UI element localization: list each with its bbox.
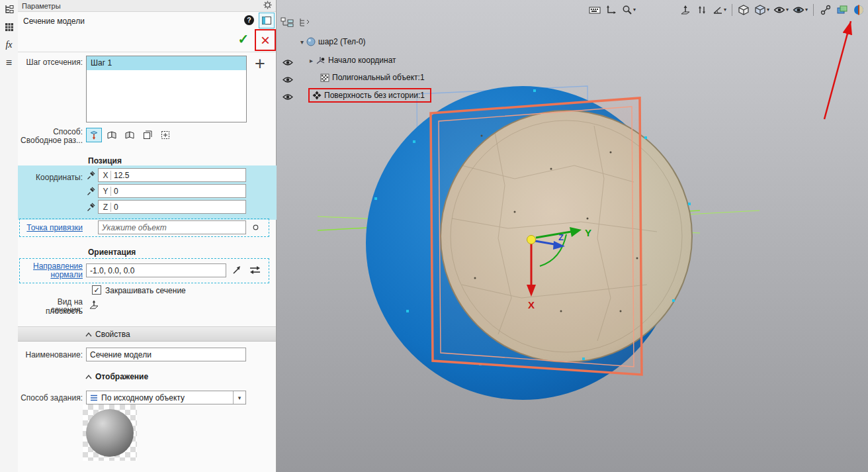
- section-sphere-icon: [853, 4, 865, 16]
- visibility-eye-button[interactable]: [282, 75, 294, 84]
- box-section-icon: [142, 130, 153, 140]
- ghost-display-button[interactable]: ▾: [791, 2, 809, 17]
- tree-root-label[interactable]: шар2 (Тел-0): [318, 37, 366, 46]
- chevron-down-icon[interactable]: ▾: [786, 7, 789, 13]
- normal-to-button[interactable]: [678, 2, 693, 17]
- normal-direction-link-line2[interactable]: нормали: [50, 270, 83, 279]
- virtual-keyboard-button[interactable]: [587, 2, 603, 17]
- gear-icon[interactable]: [263, 1, 272, 11]
- tree-item-label[interactable]: Полигональный объект:1: [332, 73, 425, 82]
- fill-section-checkbox[interactable]: ✓: [92, 285, 101, 295]
- local-csys-button[interactable]: [604, 2, 619, 17]
- measure-link-button[interactable]: [818, 2, 833, 17]
- tree-root-row[interactable]: ▾ шар2 (Тел-0): [300, 37, 366, 46]
- model-section-view-button[interactable]: [851, 2, 866, 17]
- visibility-eye-button[interactable]: [282, 58, 294, 67]
- variables-panel-button[interactable]: fx: [0, 36, 18, 54]
- add-step-button[interactable]: +: [251, 54, 269, 73]
- flip-view-button[interactable]: [695, 2, 710, 17]
- tree-item-label[interactable]: Начало координат: [328, 56, 396, 65]
- display-mode-button[interactable]: ▾: [753, 2, 771, 17]
- method-plane-button[interactable]: [104, 128, 120, 142]
- cancel-button[interactable]: ×: [255, 29, 276, 51]
- expand-caret-icon[interactable]: ▸: [310, 57, 313, 64]
- eye-filled-icon: [793, 6, 804, 14]
- method-region-button[interactable]: [157, 128, 173, 142]
- tree-item-origin[interactable]: ▸ Начало координат: [310, 56, 396, 65]
- panel-layout-icon: [262, 17, 271, 24]
- normal-vector-field[interactable]: -1.0, 0.0, 0.0: [86, 263, 226, 277]
- help-button[interactable]: ?: [243, 15, 255, 26]
- tree-item-surface-no-history[interactable]: Поверхность без истории:1: [308, 88, 431, 103]
- axis-x-label: X: [101, 171, 111, 180]
- pin-x-icon[interactable]: [87, 171, 95, 182]
- coord-z-value: 0: [114, 203, 118, 212]
- free-section-icon: [89, 130, 99, 140]
- viewport[interactable]: X Y Z ▾ ▾ ▾ ▾ ▾: [277, 0, 868, 472]
- panel-titlebar[interactable]: Параметры: [18, 0, 276, 12]
- section-plane-outline[interactable]: [431, 98, 642, 375]
- display-header-label: Отображение: [95, 372, 148, 381]
- method-free-section-button[interactable]: [86, 128, 102, 142]
- surface-icon: [312, 91, 322, 100]
- collapse-caret-icon[interactable]: ▾: [300, 38, 304, 46]
- layers-button[interactable]: [834, 2, 849, 17]
- step-list-item[interactable]: Шаг 1: [87, 56, 246, 70]
- z-axis-label: Z: [558, 232, 564, 242]
- material-preview[interactable]: [83, 404, 137, 461]
- tree-structure-button[interactable]: [281, 17, 294, 30]
- toolbar-separator: [813, 4, 814, 16]
- properties-section-header[interactable]: Свойства: [18, 326, 276, 342]
- link-nodes-icon: [820, 5, 831, 15]
- sections-panel-button[interactable]: [0, 18, 18, 36]
- x-axis-label: X: [528, 299, 535, 310]
- tree-filter-button[interactable]: [298, 17, 311, 30]
- anchor-point-link[interactable]: Точка привязки: [26, 223, 83, 232]
- chevron-down-icon[interactable]: ▾: [767, 7, 769, 13]
- coord-x-value: 12.5: [114, 171, 129, 180]
- tree-item-label[interactable]: Поверхность без истории:1: [324, 91, 425, 100]
- plane-angle-button[interactable]: ▾: [711, 2, 728, 17]
- step-list[interactable]: Шаг 1: [86, 56, 247, 122]
- chevron-down-icon[interactable]: ▾: [805, 7, 808, 13]
- view-plane-icon: [88, 299, 100, 310]
- chevron-down-icon[interactable]: ▾: [724, 7, 726, 13]
- view-on-plane-button[interactable]: [88, 299, 100, 312]
- hide-objects-button[interactable]: ▾: [772, 2, 790, 17]
- up-down-arrows-icon: [697, 5, 707, 15]
- main-menu-button[interactable]: ≡: [0, 54, 18, 71]
- axis-y-label: Y: [101, 187, 111, 196]
- dropdown-caret-icon[interactable]: ▾: [233, 391, 245, 404]
- tree-item-polygonal-object[interactable]: Полигональный объект:1: [320, 73, 425, 82]
- tree-structure-icon: [281, 17, 294, 28]
- anchor-target-button[interactable]: [252, 224, 259, 233]
- display-section-header[interactable]: Отображение: [84, 372, 148, 381]
- name-field[interactable]: Сечение модели: [86, 348, 246, 361]
- ok-button[interactable]: ✓: [235, 30, 252, 48]
- zoom-button[interactable]: ▾: [621, 2, 637, 17]
- layers-icon: [836, 5, 848, 15]
- coord-x-field[interactable]: X 12.5: [98, 168, 246, 182]
- direction-arrow-button[interactable]: [231, 264, 243, 278]
- panel-dock-button[interactable]: [259, 13, 275, 28]
- pin-y-icon[interactable]: [87, 187, 95, 198]
- normal-direction-link-line1[interactable]: Направление: [33, 261, 83, 271]
- orientation-button[interactable]: [736, 2, 752, 17]
- parameters-panel: Параметры Сечение модели ? ✓ × Шаг отсеч…: [18, 0, 277, 472]
- tree-panel-button[interactable]: [0, 0, 18, 18]
- pin-z-icon[interactable]: [87, 203, 95, 214]
- position-header: Позиция: [88, 156, 122, 165]
- coord-z-field[interactable]: Z 0: [98, 200, 246, 214]
- chevron-down-icon[interactable]: ▾: [633, 7, 636, 13]
- coord-y-field[interactable]: Y 0: [98, 184, 246, 198]
- axis-z-label: Z: [101, 203, 111, 212]
- visibility-eye-button[interactable]: [282, 92, 294, 101]
- anchor-object-field[interactable]: Укажите объект: [98, 220, 246, 234]
- checkbox-check-icon: ✓: [93, 286, 99, 295]
- toolbar-separator: [732, 4, 732, 16]
- origin-handle[interactable]: [527, 236, 536, 244]
- method-box-button[interactable]: [140, 128, 155, 142]
- reverse-direction-button[interactable]: [248, 265, 262, 277]
- set-method-dropdown[interactable]: По исходному объекту ▾: [86, 391, 246, 404]
- method-plane2-button[interactable]: [122, 128, 138, 142]
